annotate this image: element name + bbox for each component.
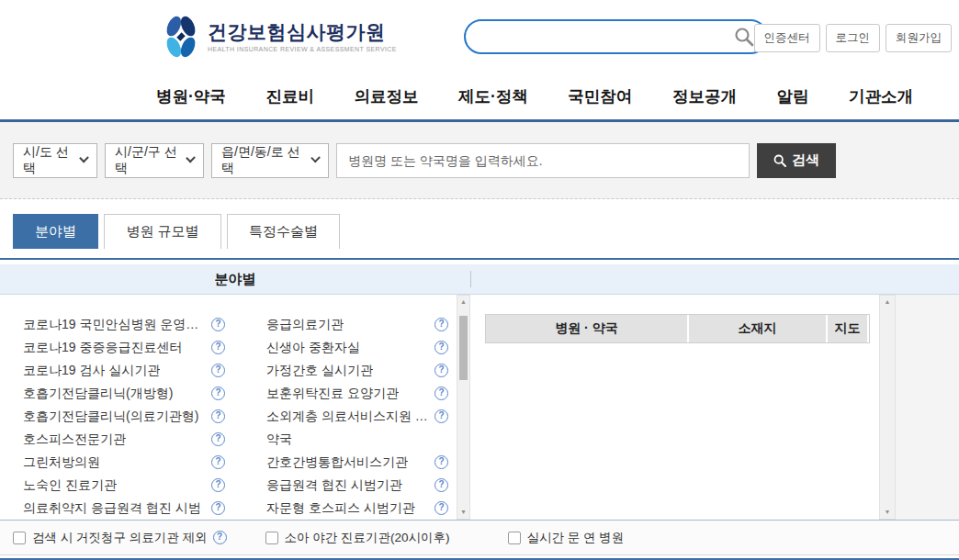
sido-select-value: 시/도 선택: [23, 144, 73, 177]
help-icon[interactable]: ?: [434, 364, 448, 377]
category-item[interactable]: 가정간호 실시기관 ?: [266, 359, 448, 382]
dong-select-value: 읍/면/동/로 선택: [221, 144, 305, 177]
panel-header-divider: [470, 271, 471, 287]
help-icon[interactable]: ?: [434, 409, 448, 423]
results-column-header: 지도: [828, 315, 869, 342]
help-icon[interactable]: ?: [211, 478, 225, 492]
nav-item[interactable]: 병원·약국: [156, 85, 226, 107]
nav-item[interactable]: 의료정보: [354, 85, 418, 107]
category-label: 코로나19 검사 실시기관: [23, 363, 160, 379]
utility-button[interactable]: 인증센터: [754, 24, 820, 52]
scroll-up-icon[interactable]: ▲: [460, 297, 467, 307]
footer-filter-item: 실시간 문 연 병원 ?: [508, 530, 644, 546]
category-item[interactable]: 호흡기전담클리닉(개방형) ?: [23, 382, 225, 405]
sigungu-select[interactable]: 시/군/구 선택: [105, 143, 204, 178]
logo[interactable]: 건강보험심사평가원 HEALTH INSURANCE REVIEW & ASSE…: [162, 14, 397, 60]
header-search-box[interactable]: [464, 19, 768, 54]
help-icon[interactable]: ?: [434, 455, 448, 469]
category-item[interactable]: 보훈위탁진료 요양기관 ?: [266, 382, 448, 405]
help-icon[interactable]: ?: [211, 364, 225, 377]
category-item[interactable]: 간호간병통합서비스기관 ?: [266, 451, 448, 474]
category-label: 호스피스전문기관: [23, 431, 126, 448]
checkbox[interactable]: [508, 532, 521, 544]
category-label: 간호간병통합서비스기관: [266, 454, 408, 471]
category-item[interactable]: 자문형 호스피스 시범기관 ?: [266, 497, 448, 520]
utility-buttons: 인증센터 로그인 회원가입: [754, 24, 953, 52]
category-column-1: 코로나19 국민안심병원 운영기관 ? 코로나19 중증응급진료센터 ? 코로나…: [23, 313, 225, 520]
help-icon[interactable]: ?: [211, 455, 225, 469]
scroll-down-icon[interactable]: ▼: [885, 508, 891, 517]
category-item[interactable]: 의료취약지 응급원격 협진 시범 ?: [23, 497, 225, 520]
nav-item[interactable]: 알림: [776, 85, 808, 107]
tab[interactable]: 병원 규모별: [104, 214, 220, 249]
nav-item[interactable]: 정보공개: [672, 85, 737, 107]
help-icon[interactable]: ?: [211, 409, 225, 423]
search-icon[interactable]: [733, 26, 755, 48]
help-icon[interactable]: ?: [434, 501, 448, 515]
category-label: 호흡기전담클리닉(개방형): [23, 386, 173, 402]
category-label: 호흡기전담클리닉(의료기관형): [23, 409, 198, 425]
category-item[interactable]: 약국 ?: [266, 428, 448, 451]
nav-item[interactable]: 기관소개: [849, 85, 913, 107]
help-icon[interactable]: ?: [211, 341, 225, 354]
search-button[interactable]: 검색: [757, 143, 836, 178]
sido-select[interactable]: 시/도 선택: [13, 143, 97, 178]
category-item[interactable]: 코로나19 검사 실시기관 ?: [23, 359, 225, 382]
results-scrollbar[interactable]: ▲ ▼: [879, 295, 896, 520]
tab[interactable]: 분야별: [13, 214, 98, 249]
help-icon[interactable]: ?: [434, 478, 448, 492]
category-item[interactable]: 응급의료기관 ?: [266, 313, 448, 336]
chevron-down-icon: [310, 152, 321, 162]
help-icon[interactable]: ?: [211, 386, 225, 400]
scrollbar-thumb[interactable]: [459, 316, 468, 380]
scroll-up-icon[interactable]: ▲: [885, 297, 891, 307]
header: 건강보험심사평가원 HEALTH INSURANCE REVIEW & ASSE…: [0, 0, 959, 73]
scroll-down-icon[interactable]: ▼: [460, 508, 467, 517]
nav-item[interactable]: 제도·정책: [458, 85, 528, 107]
help-icon[interactable]: ?: [211, 318, 225, 331]
category-item[interactable]: 소외계층 의료서비스지원 사업… ?: [266, 405, 448, 428]
checkbox[interactable]: [265, 532, 278, 544]
help-icon[interactable]: ?: [434, 341, 448, 354]
category-column-2: 응급의료기관 ? 신생아 중환자실 ? 가정간호 실시기관 ? 보훈위탁진료 요…: [266, 313, 448, 520]
category-item[interactable]: 코로나19 국민안심병원 운영기관 ?: [23, 313, 225, 336]
help-icon[interactable]: ?: [211, 501, 225, 515]
category-item[interactable]: 코로나19 중증응급진료센터 ?: [23, 336, 225, 359]
tab[interactable]: 특정수술별: [227, 214, 340, 249]
category-item[interactable]: 응급원격 협진 시범기관 ?: [266, 474, 448, 497]
search-icon: [773, 154, 786, 167]
category-item[interactable]: 호스피스전문기관 ?: [23, 428, 225, 451]
search-button-label: 검색: [792, 151, 819, 169]
main-nav: 병원·약국 진료비 의료정보 제도·정책 국민참여 정보공개 알림 기관소개: [0, 73, 959, 122]
category-item[interactable]: 호흡기전담클리닉(의료기관형) ?: [23, 405, 225, 428]
panel-header-title: 분야별: [0, 271, 470, 288]
nav-item[interactable]: 국민참여: [568, 85, 632, 107]
nav-item[interactable]: 진료비: [265, 85, 314, 107]
footer-filters: 검색 시 거짓청구 의료기관 제외 ? 소아 야간 진료기관(20시이후) ? …: [0, 520, 959, 555]
sigungu-select-value: 시/군/구 선택: [115, 144, 180, 177]
category-list: 코로나19 국민안심병원 운영기관 ? 코로나19 중증응급진료센터 ? 코로나…: [0, 295, 457, 520]
header-search-input[interactable]: [480, 29, 733, 44]
category-item[interactable]: 노숙인 진료기관 ?: [23, 474, 225, 497]
footer-filter-label: 소아 야간 진료기관(20시이후): [285, 530, 450, 546]
hira-logo-icon: [162, 14, 200, 60]
help-icon[interactable]: ?: [213, 531, 227, 544]
keyword-input[interactable]: [336, 143, 750, 178]
help-icon[interactable]: ?: [434, 386, 448, 400]
category-item[interactable]: 그린처방의원 ?: [23, 451, 225, 474]
category-list-scrollbar[interactable]: ▲ ▼: [457, 295, 470, 520]
footer-filter-label: 실시간 문 연 병원: [527, 530, 625, 546]
utility-button[interactable]: 회원가입: [886, 24, 952, 52]
category-label: 코로나19 국민안심병원 운영기관: [23, 317, 206, 333]
checkbox[interactable]: [13, 532, 26, 544]
footer-filter-item: 검색 시 거짓청구 의료기관 제외 ?: [13, 530, 227, 546]
utility-button[interactable]: 로그인: [826, 24, 881, 52]
footer-filter-label: 검색 시 거짓청구 의료기관 제외: [32, 530, 208, 546]
category-label: 응급원격 협진 시범기관: [266, 477, 402, 494]
results-column-header: 소재지: [689, 315, 828, 342]
help-icon[interactable]: ?: [211, 432, 225, 446]
results-column-header: 병원 · 약국: [486, 315, 689, 342]
dong-select[interactable]: 읍/면/동/로 선택: [211, 143, 329, 178]
help-icon[interactable]: ?: [434, 318, 448, 331]
category-item[interactable]: 신생아 중환자실 ?: [266, 336, 448, 359]
